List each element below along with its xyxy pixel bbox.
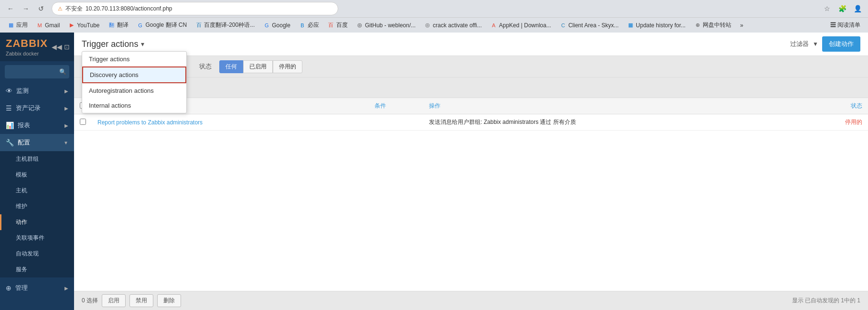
table-body: Report problems to Zabbix administrators… bbox=[74, 114, 868, 131]
bookmark-gmail[interactable]: M Gmail bbox=[32, 21, 64, 30]
sidebar-item-admin[interactable]: ⊕ 管理 ▶ bbox=[0, 279, 74, 297]
refresh-button[interactable]: ↺ bbox=[34, 2, 48, 15]
reports-arrow-icon: ▶ bbox=[64, 123, 68, 128]
row-conditions-cell bbox=[369, 114, 423, 131]
row-operations-value: 发送消息给用户群组: Zabbix administrators 通过 所有介质 bbox=[429, 119, 576, 125]
bookmark-youtube[interactable]: ▶ YouTube bbox=[64, 21, 103, 30]
status-btn-disabled[interactable]: 停用的 bbox=[273, 60, 302, 73]
google-icon: G bbox=[263, 22, 270, 29]
sidebar-item-config[interactable]: 🔧 配置 ▼ bbox=[0, 134, 74, 151]
col-conditions-label: 条件 bbox=[375, 102, 386, 109]
sidebar-item-assets[interactable]: ☰ 资产记录 ▶ bbox=[0, 100, 74, 117]
bookmark-crack[interactable]: ◎ crack activate offi... bbox=[420, 21, 486, 30]
bookmark-github[interactable]: ◎ GitHub - webleon/... bbox=[353, 21, 419, 30]
url-text: 10.20.70.113:8080/actionconf.php bbox=[86, 5, 172, 12]
bookmark-apps[interactable]: ▦ 应用 bbox=[4, 20, 32, 30]
dropdown-item-discovery[interactable]: Discovery actions bbox=[82, 66, 186, 83]
row-status-value: 停用的 bbox=[845, 119, 862, 125]
browser-chrome: ← → ↺ ⚠ 不安全 10.20.70.113:8080/actionconf… bbox=[0, 0, 868, 17]
bookmark-google-fanyi[interactable]: G Google 翻译 CN bbox=[133, 20, 191, 30]
google-fanyi-icon: G bbox=[137, 22, 144, 29]
bookmark-baidu[interactable]: 百 百度 bbox=[324, 20, 352, 30]
col-conditions[interactable]: 条件 bbox=[369, 98, 423, 114]
sidebar-subnav-maintenance[interactable]: 维护 bbox=[0, 199, 74, 214]
bookmark-crack-label: crack activate offi... bbox=[433, 22, 482, 29]
appked-icon: A bbox=[491, 22, 497, 29]
bookmark-reading-list[interactable]: ☰ 阅读清单 bbox=[826, 20, 864, 30]
logo-subtitle: Zabbix docker bbox=[6, 51, 48, 56]
row-checkbox[interactable] bbox=[80, 119, 86, 125]
bookmark-update[interactable]: ▦ Update history for... bbox=[623, 21, 689, 30]
sidebar-subnav-services[interactable]: 服务 bbox=[0, 262, 74, 277]
logo-text: ZABBIX bbox=[6, 37, 48, 50]
sidebar-item-reports-label: 报表 bbox=[18, 121, 30, 130]
bookmark-google-fanyi-label: Google 翻译 CN bbox=[146, 21, 187, 29]
dropdown-item-autoreg[interactable]: Autoregistration actions bbox=[82, 83, 186, 98]
bookmark-netdisk[interactable]: ⊕ 网盘中转站 bbox=[690, 20, 735, 30]
bookmark-baidu-fanyi[interactable]: 百 百度翻译-200种语... bbox=[192, 20, 258, 30]
status-btn-enabled[interactable]: 已启用 bbox=[243, 60, 273, 73]
monitoring-arrow-icon: ▶ bbox=[64, 89, 68, 94]
enable-button[interactable]: 启用 bbox=[102, 294, 126, 307]
table-row: Report problems to Zabbix administrators… bbox=[74, 114, 868, 131]
bookmark-appked[interactable]: A AppKed | Downloa... bbox=[487, 21, 555, 30]
row-operations-cell: 发送消息给用户群组: Zabbix administrators 通过 所有介质 bbox=[423, 114, 800, 131]
col-operations[interactable]: 操作 bbox=[423, 98, 800, 114]
sidebar-subnav-events[interactable]: 关联项事件 bbox=[0, 230, 74, 246]
browser-nav: ← → ↺ bbox=[4, 2, 48, 15]
address-bar[interactable]: ⚠ 不安全 10.20.70.113:8080/actionconf.php bbox=[52, 2, 338, 15]
dropdown-item-internal[interactable]: Internal actions bbox=[82, 98, 186, 113]
bookmark-netdisk-label: 网盘中转站 bbox=[703, 21, 731, 29]
title-dropdown-arrow-icon[interactable]: ▾ bbox=[141, 40, 144, 48]
status-btn-any[interactable]: 任何 bbox=[219, 60, 243, 73]
bookmark-bing[interactable]: B 必应 bbox=[295, 20, 323, 30]
bookmark-fanyi[interactable]: 翻 翻译 bbox=[105, 20, 132, 30]
gmail-icon: M bbox=[36, 22, 43, 29]
bing-icon: B bbox=[299, 22, 306, 29]
sidebar-subnav-hostgroups[interactable]: 主机群组 bbox=[0, 151, 74, 167]
sidebar-subnav-actions[interactable]: 动作 bbox=[0, 214, 74, 230]
table-header: 名称 ▲ 条件 操作 状态 bbox=[74, 98, 868, 114]
bookmarks-bar: ▦ 应用 M Gmail ▶ YouTube 翻 翻译 G Google 翻译 … bbox=[0, 17, 868, 33]
dropdown-menu: Trigger actions Discovery actions Autore… bbox=[82, 51, 187, 113]
delete-button[interactable]: 删除 bbox=[157, 294, 181, 307]
reading-list-label: ☰ 阅读清单 bbox=[830, 21, 860, 29]
profile-button[interactable]: 👤 bbox=[851, 2, 864, 15]
browser-actions: ☆ 🧩 👤 bbox=[820, 2, 864, 15]
filter-action-row: 应用 重设 bbox=[74, 78, 868, 98]
bookmark-appked-label: AppKed | Downloa... bbox=[499, 22, 551, 29]
status-filter-label: 状态 bbox=[199, 62, 212, 71]
col-status[interactable]: 状态 bbox=[800, 98, 868, 114]
sidebar-subnav-discovery[interactable]: 自动发现 bbox=[0, 246, 74, 262]
row-name-link[interactable]: Report problems to Zabbix administrators bbox=[97, 119, 203, 126]
col-status-label: 状态 bbox=[851, 102, 862, 109]
collapse-icon[interactable]: ◀◀ bbox=[52, 43, 62, 51]
bookmark-more[interactable]: » bbox=[736, 21, 747, 30]
back-button[interactable]: ← bbox=[4, 2, 17, 15]
expand-icon[interactable]: ⊡ bbox=[64, 43, 70, 51]
sidebar-item-monitoring[interactable]: 👁 监测 ▶ bbox=[0, 82, 74, 100]
bottom-bar: 0 选择 启用 禁用 删除 显示 已自动发现的 1中的 1 bbox=[74, 291, 868, 310]
bookmark-client[interactable]: C Client Area - Skyx... bbox=[556, 21, 622, 30]
sidebar-search-wrap: 🔍 bbox=[0, 61, 74, 82]
sidebar-item-reports[interactable]: 📊 报表 ▶ bbox=[0, 117, 74, 134]
create-action-button[interactable]: 创建动作 bbox=[822, 36, 860, 52]
search-icon[interactable]: 🔍 bbox=[59, 68, 66, 75]
select-count-label: 0 选择 bbox=[82, 297, 98, 305]
page-title-wrap: Trigger actions ▾ Trigger actions Discov… bbox=[82, 39, 144, 49]
filter-bar: 名称 状态 任何 已启用 停用的 bbox=[74, 56, 868, 78]
bookmark-star-button[interactable]: ☆ bbox=[820, 2, 834, 15]
sidebar-nav: 👁 监测 ▶ ☰ 资产记录 ▶ 📊 报表 ▶ bbox=[0, 82, 74, 310]
forward-button[interactable]: → bbox=[19, 2, 32, 15]
bookmark-fanyi-label: 翻译 bbox=[117, 21, 129, 29]
baidu-icon: 百 bbox=[328, 22, 334, 29]
extension-button[interactable]: 🧩 bbox=[836, 2, 849, 15]
sidebar-subnav-hosts[interactable]: 主机 bbox=[0, 183, 74, 199]
sidebar-subnav-templates[interactable]: 模板 bbox=[0, 167, 74, 183]
filter-toggle-icon[interactable]: ▼ bbox=[813, 41, 818, 47]
logo-icons: ◀◀ ⊡ bbox=[52, 43, 70, 51]
admin-icon: ⊕ bbox=[6, 284, 11, 292]
dropdown-item-trigger[interactable]: Trigger actions bbox=[82, 52, 186, 66]
disable-button[interactable]: 禁用 bbox=[129, 294, 153, 307]
bookmark-google[interactable]: G Google bbox=[259, 21, 294, 30]
